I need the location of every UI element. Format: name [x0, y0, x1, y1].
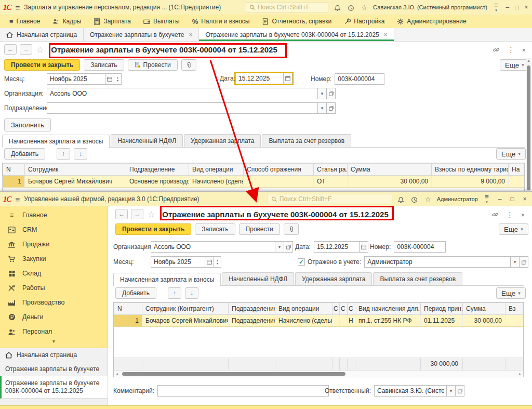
- close-doc-icon[interactable]: ×: [522, 46, 526, 54]
- menu-administrirovanie[interactable]: Администрирование: [392, 15, 471, 28]
- write-button[interactable]: Записать: [84, 59, 124, 71]
- open-icon[interactable]: [327, 88, 336, 99]
- post-button[interactable]: Провести: [239, 223, 280, 235]
- service-menu-icon[interactable]: ≡▾: [482, 195, 491, 203]
- favorites-star-icon[interactable]: ☆: [148, 209, 155, 219]
- main-menu-icon[interactable]: ≡: [16, 3, 20, 12]
- row-down-icon[interactable]: ↓: [74, 148, 87, 160]
- back-icon[interactable]: ←: [4, 44, 17, 55]
- calendar-icon[interactable]: [284, 73, 292, 84]
- tab-document-list[interactable]: Отражение зарплаты в бухучете×: [84, 28, 199, 41]
- row-down-icon[interactable]: ↓: [185, 287, 198, 299]
- menu-zarplata[interactable]: Зарплата: [88, 15, 136, 28]
- sidebar-item-dengi[interactable]: Деньги: [0, 310, 108, 324]
- grid-more-button[interactable]: Еще▾: [496, 148, 526, 160]
- sidebar-item-prodazhi[interactable]: Продажи: [0, 237, 108, 252]
- current-user[interactable]: Савинская З.Ю. (Системный программист): [373, 4, 487, 10]
- maximize-icon[interactable]: □: [514, 4, 520, 11]
- date-input[interactable]: [235, 73, 284, 84]
- back-icon[interactable]: ←: [115, 209, 128, 219]
- tab-withheld-salary[interactable]: Удержанная зарплата: [184, 134, 261, 147]
- close-tab-icon[interactable]: ×: [189, 31, 192, 38]
- sidebar-item-raboty[interactable]: Работы: [0, 281, 108, 295]
- collapse-sections-icon[interactable]: ▼: [0, 339, 108, 348]
- forward-icon[interactable]: →: [20, 44, 32, 55]
- reflected-checkbox[interactable]: ✓: [298, 258, 305, 266]
- menu-otchetnost[interactable]: Отчетность, справки: [257, 15, 337, 28]
- calendar-icon[interactable]: [360, 241, 368, 253]
- post-and-close-button[interactable]: Провести и закрыть: [115, 223, 191, 235]
- close-doc-icon[interactable]: ×: [521, 211, 525, 219]
- current-user[interactable]: Администратор: [437, 196, 478, 202]
- post-button[interactable]: Провести: [128, 59, 178, 71]
- service-menu-icon[interactable]: ≡▾: [491, 3, 501, 11]
- doc-more-button[interactable]: Еще▾: [499, 223, 528, 235]
- tab-reserves-payment[interactable]: Выплата за счет резервов: [373, 272, 462, 285]
- organization-input[interactable]: [151, 241, 275, 253]
- write-button[interactable]: Записать: [195, 223, 235, 235]
- nav-home[interactable]: Начальная страница: [0, 348, 108, 362]
- tab-ndfl[interactable]: Начисленный НДФЛ: [111, 134, 183, 147]
- menu-nalogi[interactable]: %Налоги и взносы: [187, 15, 255, 28]
- date-input[interactable]: [314, 241, 360, 253]
- month-input[interactable]: [151, 256, 205, 268]
- menu-nastroika[interactable]: Настройка: [339, 15, 390, 28]
- notifications-bell-icon[interactable]: [396, 195, 406, 203]
- more-dots-icon[interactable]: ⋮: [506, 210, 513, 219]
- link-icon[interactable]: [493, 46, 500, 54]
- number-input[interactable]: [394, 241, 446, 253]
- menu-kadry[interactable]: Кадры: [47, 15, 86, 28]
- close-icon[interactable]: ×: [521, 195, 529, 203]
- tab-accrued-salary[interactable]: Начисленная зарплата и взносы: [2, 135, 110, 148]
- reflected-input[interactable]: [364, 256, 511, 268]
- post-and-close-button[interactable]: Провести и закрыть: [4, 59, 80, 71]
- comment-input[interactable]: [157, 385, 329, 397]
- link-icon[interactable]: [491, 211, 499, 218]
- number-input[interactable]: [335, 73, 384, 85]
- menu-glavnoe[interactable]: ≡Главное: [4, 15, 45, 28]
- favorites-icon[interactable]: ☆: [360, 4, 369, 11]
- sidebar-item-sklad[interactable]: Склад: [0, 266, 108, 281]
- dropdown-icon[interactable]: ▾: [511, 256, 520, 268]
- forward-icon[interactable]: →: [131, 209, 143, 219]
- month-spinner[interactable]: ▴▾: [114, 73, 122, 85]
- dropdown-icon[interactable]: ▾: [318, 102, 327, 114]
- grid-more-button[interactable]: Еще▾: [496, 287, 526, 299]
- row-up-icon[interactable]: ↑: [168, 287, 181, 299]
- favorites-star-icon[interactable]: ☆: [36, 45, 44, 55]
- global-search[interactable]: [268, 194, 392, 204]
- open-icon[interactable]: [327, 102, 336, 114]
- tab-accrued-salary[interactable]: Начисленная зарплата и взносы: [113, 273, 221, 286]
- calendar-icon[interactable]: [205, 256, 214, 268]
- add-row-button[interactable]: Добавить: [115, 287, 156, 299]
- dropdown-icon[interactable]: ▾: [447, 385, 456, 397]
- sidebar-item-personal[interactable]: Персонал: [0, 324, 108, 339]
- open-icon[interactable]: [520, 256, 528, 268]
- vertical-scrollbar[interactable]: ▴: [526, 58, 531, 191]
- tab-document[interactable]: Отражение зарплаты в бухучете 003К-00000…: [199, 28, 394, 41]
- organization-input[interactable]: [47, 88, 318, 99]
- table-row[interactable]: 1 Бочаров Сергей Михайлович Подразделени…: [114, 315, 523, 327]
- open-icon[interactable]: [284, 241, 293, 253]
- history-icon[interactable]: [410, 195, 419, 203]
- maximize-icon[interactable]: □: [508, 195, 516, 203]
- tab-reserves-payment[interactable]: Выплата за счет резервов: [262, 134, 351, 147]
- close-tab-icon[interactable]: ×: [384, 31, 388, 38]
- open-icon[interactable]: [456, 385, 464, 397]
- favorites-icon[interactable]: ☆: [423, 195, 433, 203]
- nav-document[interactable]: Отражение зарплаты в бухучете 003К-00000…: [0, 376, 108, 399]
- month-input[interactable]: [47, 73, 105, 85]
- add-row-button[interactable]: Добавить: [4, 148, 45, 160]
- sidebar-item-crm[interactable]: CRM: [0, 222, 108, 237]
- menu-vyplaty[interactable]: Выплаты: [138, 15, 185, 28]
- department-input[interactable]: [47, 102, 318, 114]
- attachments-button[interactable]: [284, 223, 299, 235]
- global-search[interactable]: [246, 2, 328, 12]
- sidebar-item-glavnoe[interactable]: ≡Главное: [0, 208, 108, 222]
- minimize-icon[interactable]: –: [496, 195, 504, 203]
- dropdown-icon[interactable]: ▾: [318, 88, 327, 99]
- close-icon[interactable]: ×: [524, 4, 529, 11]
- sidebar-item-zakupki[interactable]: Закупки: [0, 252, 108, 266]
- attachments-button[interactable]: [181, 59, 196, 71]
- tab-withheld-salary[interactable]: Удержанная зарплата: [295, 272, 372, 285]
